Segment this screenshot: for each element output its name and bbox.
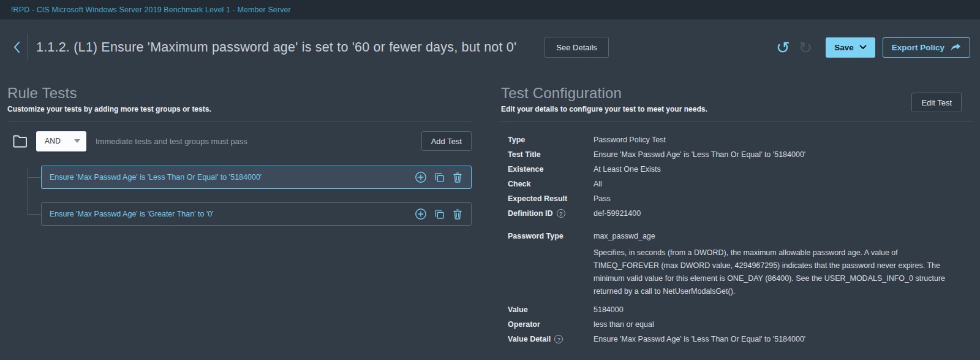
rule-tests-panel: Rule Tests Customize your tests by addin… (7, 74, 472, 350)
config-field-label: Value ? (508, 305, 594, 314)
help-icon[interactable]: ? (554, 335, 563, 343)
test-configuration-divider (501, 121, 973, 122)
add-child-test-icon[interactable] (415, 171, 427, 183)
rule-tests-divider (7, 121, 472, 122)
redo-icon[interactable]: ↻ (799, 39, 813, 56)
config-field-label-text: Test Title (508, 150, 541, 159)
undo-icon[interactable]: ↺ (776, 39, 790, 56)
config-field-label-text: Definition ID (508, 209, 553, 218)
config-field-value: Ensure 'Max Passwd Age' is 'Less Than Or… (594, 150, 952, 159)
config-field-label: Operator ? (508, 320, 594, 329)
duplicate-test-icon[interactable] (434, 209, 445, 220)
export-policy-button[interactable]: Export Policy (883, 37, 970, 58)
test-configuration-subheading: Edit your details to configure your test… (501, 105, 911, 113)
test-configuration-header-text: Test Configuration Edit your details to … (501, 74, 911, 113)
config-field-value: All (594, 180, 952, 188)
test-tree: Ensure 'Max Passwd Age' is 'Less Than Or… (41, 166, 472, 226)
config-field-row: Test Title ? Ensure 'Max Passwd Age' is … (508, 150, 973, 159)
config-field-label: Existence ? (508, 165, 594, 174)
config-field-label-text: Existence (508, 165, 543, 174)
top-policy-bar: !RPD - CIS Microsoft Windows Server 2019… (0, 0, 980, 20)
test-group-row: AND Immediate tests and test groups must… (7, 131, 472, 151)
config-field-value: 5184000 (594, 305, 952, 314)
config-field-label: Expected Result ? (508, 194, 594, 203)
help-icon[interactable]: ? (557, 209, 565, 218)
config-field-row: Existence ? At Least One Exists (508, 165, 973, 174)
config-field-value: Pass (594, 194, 952, 203)
header-actions: ↺ ↻ Save Export Policy (776, 37, 970, 58)
rule-tests-subheading: Customize your tests by adding more test… (7, 105, 472, 113)
rule-header: 1.1.2. (L1) Ensure 'Maximum password age… (0, 20, 980, 74)
config-field-label: Value Detail ? (508, 335, 594, 343)
save-button-label: Save (834, 43, 854, 52)
test-row-title: Ensure 'Max Passwd Age' is 'Less Than Or… (50, 173, 262, 182)
chevron-down-icon (859, 45, 867, 50)
group-operator-value: AND (45, 137, 74, 145)
main-content: Rule Tests Customize your tests by addin… (0, 74, 980, 350)
test-configuration-panel: Test Configuration Edit your details to … (496, 74, 973, 350)
page-title: 1.1.2. (L1) Ensure 'Maximum password age… (36, 40, 516, 55)
config-field-label: Password Type ? (508, 232, 594, 240)
test-row-actions (415, 171, 463, 183)
test-row-actions (415, 208, 463, 220)
chevron-left-icon (12, 39, 22, 55)
test-row-title: Ensure 'Max Passwd Age' is 'Greater Than… (50, 210, 214, 218)
policy-breadcrumb[interactable]: !RPD - CIS Microsoft Windows Server 2019… (11, 6, 291, 14)
edit-test-button[interactable]: Edit Test (911, 93, 962, 112)
group-operator-select[interactable]: AND (36, 131, 86, 151)
config-field-label-text: Expected Result (508, 194, 567, 203)
back-button[interactable] (10, 37, 24, 58)
config-field-value: less than or equal (594, 320, 952, 329)
config-field-label-text: Operator (508, 320, 540, 329)
config-field-value: At Least One Exists (594, 165, 952, 174)
test-row[interactable]: Ensure 'Max Passwd Age' is 'Greater Than… (41, 202, 472, 226)
duplicate-test-icon[interactable] (434, 172, 445, 183)
tree-connector-line (28, 167, 28, 214)
test-configuration-heading: Test Configuration (501, 85, 911, 102)
test-configuration-header: Test Configuration Edit your details to … (501, 74, 973, 113)
delete-test-icon[interactable] (452, 209, 463, 220)
test-row[interactable]: Ensure 'Max Passwd Age' is 'Less Than Or… (41, 166, 472, 189)
see-details-button[interactable]: See Details (545, 37, 608, 58)
config-field-row: Operator ? less than or equal (508, 320, 973, 329)
config-field-label-text: Password Type (508, 232, 564, 240)
config-field-row: Password Type ? max_passwd_age (508, 232, 973, 240)
config-field-row: Check ? All (508, 180, 973, 188)
config-field-row: Value Detail ? Ensure 'Max Passwd Age' i… (508, 335, 973, 343)
config-field-row: ? Specifies, in seconds (from a DWORD), … (508, 247, 973, 298)
config-fields: Type ? Password Policy Test Test Title ?… (501, 136, 973, 343)
config-field-label-text: Check (508, 180, 531, 188)
config-field-value: Password Policy Test (594, 136, 952, 144)
export-policy-label: Export Policy (892, 43, 944, 52)
config-field-value: Ensure 'Max Passwd Age' is 'Less Than Or… (594, 335, 952, 343)
config-field-label-text: Value Detail (508, 335, 551, 343)
select-caret-icon (74, 139, 80, 143)
config-field-label: Definition ID ? (508, 209, 594, 218)
config-field-row: Definition ID ? def-59921400 (508, 209, 973, 218)
config-field-label-text: Type (508, 136, 525, 144)
config-field-row: Value ? 5184000 (508, 305, 973, 314)
folder-icon (12, 134, 28, 148)
config-field-row: Expected Result ? Pass (508, 194, 973, 203)
config-field-row: Type ? Password Policy Test (508, 136, 973, 144)
config-field-label: Check ? (508, 180, 594, 188)
delete-test-icon[interactable] (452, 172, 463, 183)
rule-tests-heading: Rule Tests (7, 85, 472, 102)
export-arrow-icon (950, 43, 961, 52)
config-field-label: Test Title ? (508, 150, 594, 159)
save-button[interactable]: Save (826, 37, 875, 58)
group-hint-text: Immediate tests and test groups must pas… (96, 137, 247, 146)
config-field-label-text: Value (508, 305, 528, 314)
add-test-button[interactable]: Add Test (421, 131, 472, 151)
config-field-label: Type ? (508, 136, 594, 144)
config-field-value: Specifies, in seconds (from a DWORD), th… (594, 247, 952, 298)
config-field-value: def-59921400 (594, 209, 952, 218)
config-field-value: max_passwd_age (594, 232, 952, 240)
add-child-test-icon[interactable] (415, 208, 427, 220)
header-divider (27, 34, 28, 61)
